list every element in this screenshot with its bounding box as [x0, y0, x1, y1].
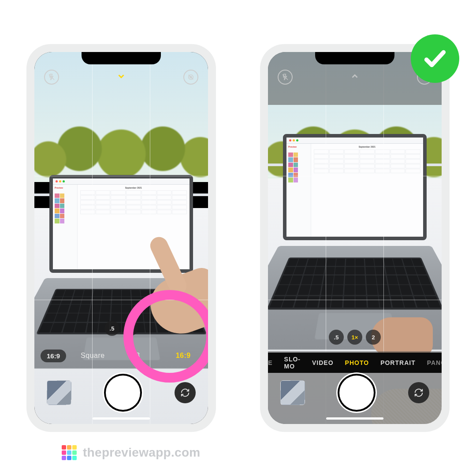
flash-off-icon[interactable]: [44, 70, 59, 85]
previewapp-logo-icon: [62, 445, 77, 460]
mode-pano[interactable]: PANO: [427, 359, 442, 366]
aspect-current-chip[interactable]: 16:9: [41, 350, 66, 362]
zoom-option-2[interactable]: 2: [366, 330, 381, 345]
home-indicator[interactable]: [326, 417, 383, 420]
camera-top-bar: [34, 70, 208, 85]
calendar-month-label: September 2021: [314, 145, 420, 148]
preview-thumb-grid: [55, 193, 64, 223]
notch: [82, 52, 161, 64]
hand-pointing: [133, 231, 208, 332]
mode-video[interactable]: VIDEO: [312, 359, 334, 366]
zoom-option-1x[interactable]: 1×: [123, 321, 138, 336]
aspect-ratio-strip[interactable]: 16:9 Square 3 16:9: [34, 346, 208, 366]
viewfinder[interactable]: Preview: [34, 52, 208, 424]
flip-camera-icon[interactable]: [408, 382, 429, 403]
last-photo-thumbnail[interactable]: [47, 380, 71, 405]
laptop-app-name: Preview: [55, 186, 75, 189]
phone-right-screen: Preview: [268, 52, 442, 424]
checkmark-badge: [411, 34, 459, 83]
shutter-button[interactable]: [106, 376, 140, 410]
watermark-text: thepreviewapp.com: [83, 446, 201, 460]
preview-thumb-grid: [288, 152, 298, 182]
mode-slomo[interactable]: SLO-MO: [284, 356, 301, 370]
last-photo-thumbnail[interactable]: [280, 380, 305, 405]
calendar-grid: [314, 149, 420, 173]
calendar-month-label: September 2021: [80, 186, 187, 189]
zoom-option-0.5[interactable]: .5: [104, 321, 119, 336]
flash-off-icon[interactable]: [278, 70, 293, 85]
laptop-app-name: Preview: [288, 145, 309, 148]
phone-left-screen: Preview: [34, 52, 208, 424]
phone-left-frame: Preview: [26, 44, 216, 432]
mode-portrait[interactable]: PORTRAIT: [380, 359, 416, 366]
camera-bottom-controls: [34, 373, 208, 413]
calendar-grid: [80, 190, 187, 214]
hand-on-trackpad: [358, 282, 433, 357]
phone-right-frame: Preview: [260, 44, 450, 432]
live-off-icon[interactable]: [183, 70, 198, 85]
zoom-controls[interactable]: .5 1×: [104, 321, 138, 336]
mode-photo[interactable]: PHOTO: [345, 359, 369, 366]
notch: [315, 52, 394, 64]
home-indicator[interactable]: [93, 417, 150, 420]
aspect-option-square[interactable]: Square: [74, 352, 112, 360]
shutter-button[interactable]: [339, 376, 374, 410]
chevron-down-icon[interactable]: [116, 71, 126, 83]
mode-timelapse[interactable]: SE: [268, 359, 273, 366]
camera-bottom-controls: [268, 373, 442, 413]
zoom-controls[interactable]: .5 1× 2: [329, 330, 381, 345]
watermark: thepreviewapp.com: [62, 445, 201, 460]
flip-camera-icon[interactable]: [175, 382, 196, 403]
aspect-option-16-9[interactable]: 16:9: [164, 352, 202, 360]
zoom-option-0.5[interactable]: .5: [329, 330, 344, 345]
capture-mode-strip[interactable]: SE SLO-MO VIDEO PHOTO PORTRAIT PANO: [268, 353, 442, 373]
zoom-option-1x[interactable]: 1×: [347, 330, 362, 345]
aspect-option-4-3[interactable]: 3: [119, 352, 157, 360]
chevron-up-icon[interactable]: [350, 71, 360, 83]
camera-scene: Preview: [34, 52, 208, 424]
